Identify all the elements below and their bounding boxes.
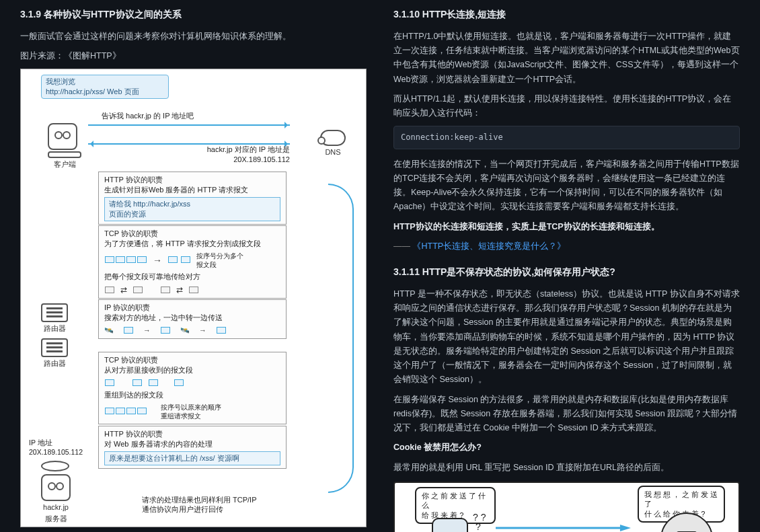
tcp-box: TCP 协议的职责 为了方便通信，将 HTTP 请求报文分割成报文段 → 按序号… [98, 225, 287, 299]
router-icon: 路由器 [41, 303, 68, 334]
http-protocol-diagram: 我想浏览 http://hackr.jp/xss/ Web 页面 客户端 DNS… [20, 69, 367, 527]
arrow-right-icon [496, 525, 631, 531]
router-icon: 路由器 [41, 338, 68, 369]
caption: 图片来源：《图解HTTP》 [20, 49, 367, 63]
para: 而从HTTP/1.1起，默认使用长连接，用以保持连接特性。使用长连接的HTTP协… [393, 92, 740, 121]
arrow-right-icon [88, 124, 290, 126]
reference-line: —— 《HTTP长连接、短连接究竟是什么？》 [393, 239, 740, 254]
tcp-box-2: TCP 协议的职责 从对方那里接收到的报文段 重组到达的报文段 按序号以原来的顺… [98, 352, 287, 424]
dns-icon: DNS [320, 130, 346, 157]
stateless-comic: 你 之 前 发 送 了 什 么 给 我 来 着 ? 我 想 想 ， 之 前 发 … [393, 482, 740, 532]
heading-3111: 3.1.11 HTTP是不保存状态的协议,如何保存用户状态? [393, 264, 740, 280]
para: 在服务端保存 Session 的方法很多，最常用的就是内存和数据库(比如是使用内… [393, 393, 740, 436]
client-icon: 客户端 [48, 123, 81, 169]
para: 在使用长连接的情况下，当一个网页打开完成后，客户端和服务器之间用于传输HTTP数… [393, 157, 740, 215]
client-robot-icon [432, 518, 468, 532]
return-curve-icon [328, 184, 354, 493]
para: HTTP 是一种不保存状态，即无状态（stateless）协议。也就是说 HTT… [393, 287, 740, 387]
http-box: HTTP 协议的职责 生成针对目标Web 服务器的 HTTP 请求报文 请给我 … [98, 172, 287, 224]
server-icon: hackr.jp 服务器 [41, 461, 71, 524]
para-bold: HTTP协议的长连接和短连接，实质上是TCP协议的长连接和短连接。 [393, 220, 740, 234]
heading-319: 3.1.9 各种协议与HTTP协议之间的关系 [20, 7, 367, 23]
ask-dns: 告诉我 hackr.jp 的 IP 地址吧 [102, 111, 194, 121]
bubble-text: http://hackr.jp/xss/ Web 页面 [46, 87, 164, 97]
heading-3110: 3.1.10 HTTP长连接,短连接 [393, 7, 740, 23]
para: 最常用的就是利用 URL 重写把 Session ID 直接附加在URL路径的后… [393, 461, 740, 475]
ip-box: IP 协议的职责 搜索对方的地址，一边中转一边传送 🛰️→🛰️→ [98, 299, 287, 339]
para: 在HTTP/1.0中默认使用短连接。也就是说，客户端和服务器每进行一次HTTP操… [393, 30, 740, 87]
para: 一般面试官会通过这样的问题来考察你对计算机网络知识体系的理解。 [20, 30, 367, 44]
code-block: Connection:keep-alive [393, 126, 740, 149]
http-box-2: HTTP 协议的职责 对 Web 服务器请求的内容的处理 原来是想要这台计算机上… [98, 426, 287, 469]
question-marks-icon: ? ? ? [473, 512, 486, 531]
reference-link[interactable]: 《HTTP长连接、短连接究竟是什么？》 [412, 241, 566, 251]
subheading: Cookie 被禁用怎么办? [393, 441, 740, 455]
col-left: 3.1.9 各种协议与HTTP协议之间的关系 一般面试官会通过这样的问题来考察你… [20, 7, 367, 532]
col-right: 3.1.10 HTTP长连接,短连接 在HTTP/1.0中默认使用短连接。也就是… [393, 7, 740, 532]
bubble-text: 我想浏览 [46, 77, 164, 87]
